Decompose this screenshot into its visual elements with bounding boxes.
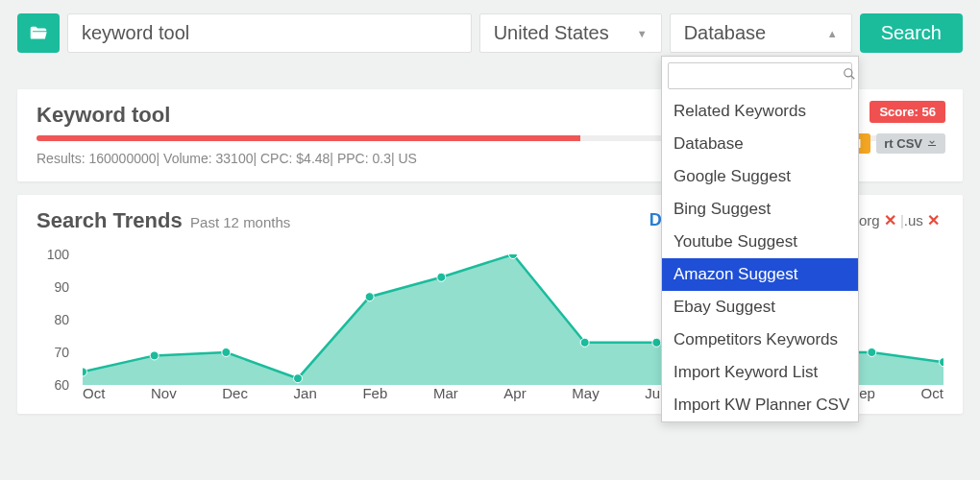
y-tick-label: 60 <box>54 377 69 393</box>
folder-open-icon <box>28 23 49 44</box>
svg-point-11 <box>509 254 518 259</box>
dropdown-item[interactable]: Youtube Suggest <box>662 226 858 258</box>
dropdown-search-input[interactable] <box>674 65 843 86</box>
svg-line-1 <box>851 76 855 80</box>
search-icon <box>843 67 856 84</box>
y-tick-label: 70 <box>54 345 69 360</box>
chart-y-axis: 60708090100 <box>37 254 75 385</box>
svg-point-16 <box>868 348 876 357</box>
svg-point-0 <box>845 69 852 77</box>
x-tick-label: Jan <box>294 385 317 408</box>
trends-title: Search Trends <box>37 208 183 232</box>
y-tick-label: 80 <box>54 312 69 327</box>
dropdown-item[interactable]: Google Suggest <box>662 160 858 193</box>
country-select[interactable]: United States ▼ <box>479 13 662 53</box>
x-tick-label: Apr <box>503 385 526 408</box>
svg-point-12 <box>580 338 589 347</box>
database-select[interactable]: Database ▲ <box>670 13 852 53</box>
tld-label: .org <box>855 212 884 228</box>
svg-point-7 <box>222 348 231 357</box>
database-select-value: Database <box>684 22 767 44</box>
dropdown-list: Related KeywordsDatabaseGoogle SuggestBi… <box>662 95 858 421</box>
svg-point-8 <box>294 374 303 383</box>
x-tick-label: Feb <box>362 385 387 408</box>
trends-subtitle: Past 12 months <box>190 214 290 230</box>
svg-point-13 <box>652 338 661 347</box>
country-select-value: United States <box>494 22 609 44</box>
score-badge: Score: 56 <box>870 101 945 123</box>
dropdown-item[interactable]: Import KW Planner CSV <box>662 389 858 421</box>
database-dropdown: Related KeywordsDatabaseGoogle SuggestBi… <box>661 56 859 422</box>
dropdown-item[interactable]: Database <box>662 128 858 160</box>
x-tick-label: Mar <box>433 385 458 408</box>
svg-point-17 <box>940 358 943 367</box>
dropdown-item[interactable]: Competitors Keywords <box>662 324 858 356</box>
dropdown-item[interactable]: Ebay Suggest <box>662 291 858 324</box>
keyword-input[interactable] <box>67 13 472 53</box>
x-tick-label: Oct <box>83 385 105 408</box>
dropdown-item[interactable]: Bing Suggest <box>662 193 858 226</box>
caret-down-icon: ▼ <box>637 28 648 39</box>
dropdown-item[interactable]: Amazon Suggest <box>662 258 858 291</box>
caret-up-icon: ▲ <box>827 28 838 39</box>
x-icon: ✕ <box>884 212 896 228</box>
folder-button[interactable] <box>17 13 60 53</box>
x-tick-label: Oct <box>921 385 943 408</box>
dropdown-search-wrap <box>662 57 858 95</box>
x-tick-label: Dec <box>222 385 248 408</box>
score-progress-fill <box>37 135 580 141</box>
svg-point-10 <box>437 273 446 281</box>
export-csv-button[interactable]: rt CSV <box>876 133 945 154</box>
tld-label: .us <box>904 212 927 228</box>
dropdown-item[interactable]: Import Keyword List <box>662 356 858 389</box>
search-button[interactable]: Search <box>860 13 963 53</box>
svg-point-5 <box>83 368 86 376</box>
x-icon: ✕ <box>927 212 940 228</box>
dropdown-item[interactable]: Related Keywords <box>662 95 858 128</box>
svg-point-9 <box>365 293 374 301</box>
y-tick-label: 100 <box>47 247 69 262</box>
svg-point-6 <box>150 351 159 360</box>
x-tick-label: May <box>572 385 599 408</box>
y-tick-label: 90 <box>54 279 69 295</box>
x-tick-label: Nov <box>151 385 177 408</box>
download-icon <box>926 136 938 151</box>
